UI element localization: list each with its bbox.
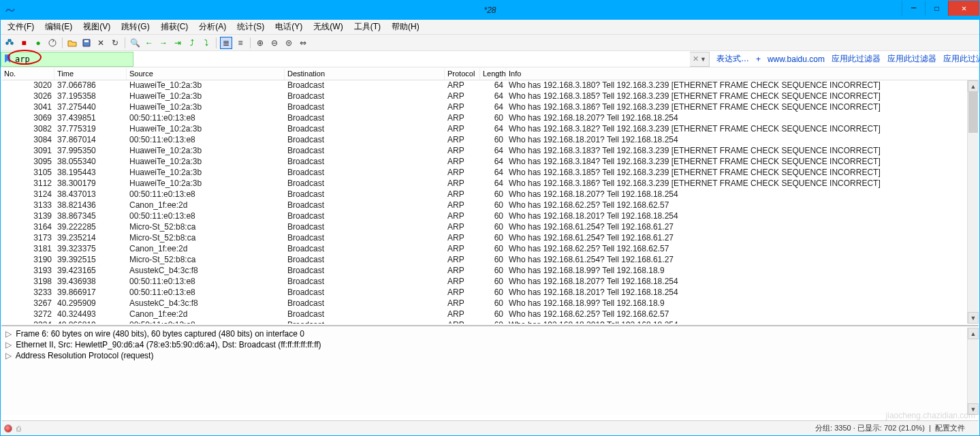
menu-file[interactable]: 文件(F) — [2, 21, 39, 33]
resize-columns-icon[interactable]: ⇔ — [297, 37, 309, 49]
packet-details-pane[interactable]: ▷ Frame 6: 60 bytes on wire (480 bits), … — [1, 325, 979, 415]
packet-row[interactable]: 304137.275440HuaweiTe_10:2a:3bBroadcastA… — [1, 102, 979, 113]
packet-row[interactable]: 316439.222285Micro-St_52:b8:caBroadcastA… — [1, 222, 979, 233]
vertical-scrollbar[interactable]: ▲ ▼ — [967, 80, 979, 324]
first-packet-icon[interactable]: ⤴ — [186, 37, 198, 49]
menu-analyze[interactable]: 分析(A) — [193, 21, 232, 33]
jump-icon[interactable]: ⇥ — [172, 37, 184, 49]
detail-item[interactable]: ▷ Ethernet II, Src: HewlettP_90:d6:a4 (7… — [5, 340, 975, 351]
column-length[interactable]: Length — [480, 68, 506, 80]
clear-filter-icon[interactable]: ✕ — [693, 54, 699, 63]
interfaces-icon[interactable] — [3, 37, 16, 49]
detail-item[interactable]: ▷ Address Resolution Protocol (request) — [5, 351, 975, 362]
menu-tools[interactable]: 工具(T) — [349, 21, 386, 33]
packet-row[interactable]: 313338.821436Canon_1f:ee:2dBroadcastARP6… — [1, 200, 979, 211]
zoom-in-icon[interactable]: ⊕ — [254, 37, 266, 49]
column-time[interactable]: Time — [54, 68, 127, 80]
expert-info-icon[interactable] — [4, 424, 12, 433]
packet-row[interactable]: 318139.323375Canon_1f:ee:2dBroadcastARP6… — [1, 244, 979, 255]
open-icon[interactable] — [66, 37, 78, 49]
cell-no: 3133 — [1, 200, 54, 211]
details-scrollbar[interactable]: ▲ ▼ — [967, 328, 979, 415]
packet-row[interactable]: 323339.86691700:50:11:e0:13:e8BroadcastA… — [1, 287, 979, 298]
packet-row[interactable]: 308437.86701400:50:11:e0:13:e8BroadcastA… — [1, 135, 979, 146]
packet-row[interactable]: 309137.995350HuaweiTe_10:2a:3bBroadcastA… — [1, 146, 979, 157]
cell-len: 64 — [480, 168, 506, 178]
packet-row[interactable]: 311238.300179HuaweiTe_10:2a:3bBroadcastA… — [1, 178, 979, 189]
menu-go[interactable]: 跳转(G) — [116, 21, 155, 33]
column-info[interactable]: Info — [506, 68, 979, 80]
packet-row[interactable]: 302637.195358HuaweiTe_10:2a:3bBroadcastA… — [1, 91, 979, 102]
cell-proto: ARP — [445, 233, 480, 244]
history-dropdown-icon[interactable]: ▼ — [700, 56, 706, 63]
forward-icon[interactable]: → — [157, 37, 170, 49]
scroll-down-icon[interactable]: ▼ — [968, 312, 979, 324]
autoscroll-icon[interactable]: ≣ — [220, 37, 232, 49]
menu-capture[interactable]: 捕获(C) — [155, 21, 194, 33]
menu-wireless[interactable]: 无线(W) — [308, 21, 348, 33]
packet-row[interactable]: 327240.324493Canon_1f:ee:2dBroadcastARP6… — [1, 309, 979, 320]
packet-row[interactable]: 309538.055340HuaweiTe_10:2a:3bBroadcastA… — [1, 157, 979, 168]
add-button[interactable]: + — [756, 54, 761, 64]
scroll-thumb[interactable] — [968, 92, 978, 133]
zoom-out-icon[interactable]: ⊖ — [268, 37, 281, 49]
zoom-reset-icon[interactable]: ⊜ — [283, 37, 295, 49]
menu-stats[interactable]: 统计(S) — [232, 21, 270, 33]
cell-proto: ARP — [445, 244, 480, 255]
packet-row[interactable]: 302037.066786HuaweiTe_10:2a:3bBroadcastA… — [1, 80, 979, 91]
packet-row[interactable]: 319839.43693800:50:11:e0:13:e8BroadcastA… — [1, 277, 979, 287]
packet-row[interactable]: 308237.775319HuaweiTe_10:2a:3bBroadcastA… — [1, 124, 979, 135]
packet-row[interactable]: 317339.235214Micro-St_52:b8:caBroadcastA… — [1, 233, 979, 244]
save-icon[interactable] — [80, 37, 93, 49]
scroll-up-icon[interactable]: ▲ — [968, 328, 979, 339]
packet-row[interactable]: 310538.195443HuaweiTe_10:2a:3bBroadcastA… — [1, 168, 979, 178]
minimize-button[interactable]: ─ — [902, 1, 925, 16]
last-packet-icon[interactable]: ⤵ — [200, 37, 212, 49]
find-icon[interactable]: 🔍 — [129, 37, 141, 49]
menu-view[interactable]: 视图(V) — [78, 21, 116, 33]
packet-row[interactable]: 319039.392515Micro-St_52:b8:caBroadcastA… — [1, 255, 979, 266]
scroll-down-icon[interactable]: ▼ — [968, 403, 979, 415]
menu-help[interactable]: 帮助(H) — [386, 21, 425, 33]
close-button[interactable]: ✕ — [948, 1, 979, 16]
bookmark-icon[interactable] — [3, 54, 12, 63]
site-link[interactable]: www.baidu.com — [768, 54, 825, 64]
expand-icon[interactable]: ▷ — [5, 329, 14, 339]
apply-filter-2[interactable]: 应用此过滤器 — [887, 53, 936, 65]
profile-label[interactable]: 配置文件 — [935, 424, 965, 432]
packet-row[interactable]: 313938.86734500:50:11:e0:13:e8BroadcastA… — [1, 211, 979, 222]
maximize-button[interactable]: ☐ — [925, 1, 948, 16]
reload-icon[interactable]: ↻ — [109, 37, 121, 49]
expression-button[interactable]: 表达式… — [716, 53, 749, 65]
start-capture-icon[interactable]: ■ — [18, 37, 30, 49]
detail-item[interactable]: ▷ Frame 6: 60 bytes on wire (480 bits), … — [5, 329, 975, 340]
menu-telephony[interactable]: 电话(Y) — [270, 21, 308, 33]
capture-running-icon[interactable]: ⎙ — [16, 424, 21, 433]
cell-len: 64 — [480, 102, 506, 113]
packet-row[interactable]: 306937.43985100:50:11:e0:13:e8BroadcastA… — [1, 113, 979, 124]
colorize-icon[interactable]: ≡ — [234, 37, 247, 49]
apply-filter-3[interactable]: 应用此过滤器 — [943, 53, 980, 65]
display-filter-input[interactable] — [1, 52, 133, 67]
close-file-icon[interactable]: ✕ — [95, 37, 107, 49]
scroll-up-icon[interactable]: ▲ — [968, 80, 979, 92]
stop-capture-icon[interactable]: ● — [32, 37, 44, 49]
expand-icon[interactable]: ▷ — [5, 340, 14, 349]
column-protocol[interactable]: Protocol — [445, 68, 480, 80]
packet-row[interactable]: 319339.423165AsustekC_b4:3c:f8BroadcastA… — [1, 266, 979, 277]
menu-edit[interactable]: 编辑(E) — [39, 21, 78, 33]
column-source[interactable]: Source — [127, 68, 285, 80]
packet-list-header[interactable]: No. Time Source Destination Protocol Len… — [1, 68, 979, 80]
packet-row[interactable]: 333440.86681900:50:11:e0:13:e8BroadcastA… — [1, 320, 979, 324]
packet-row[interactable]: 312438.43701300:50:11:e0:13:e8BroadcastA… — [1, 189, 979, 200]
apply-filter-1[interactable]: 应用此过滤器 — [832, 53, 881, 65]
packet-row[interactable]: 326740.295909AsustekC_b4:3c:f8BroadcastA… — [1, 298, 979, 309]
column-destination[interactable]: Destination — [285, 68, 445, 80]
back-icon[interactable]: ← — [143, 37, 155, 49]
cell-src: 00:50:11:e0:13:e8 — [127, 189, 285, 200]
packet-rows[interactable]: 302037.066786HuaweiTe_10:2a:3bBroadcastA… — [1, 80, 979, 324]
column-no[interactable]: No. — [1, 68, 54, 80]
expand-icon[interactable]: ▷ — [5, 351, 14, 360]
restart-capture-icon[interactable] — [46, 37, 59, 49]
cell-len: 60 — [480, 222, 506, 233]
